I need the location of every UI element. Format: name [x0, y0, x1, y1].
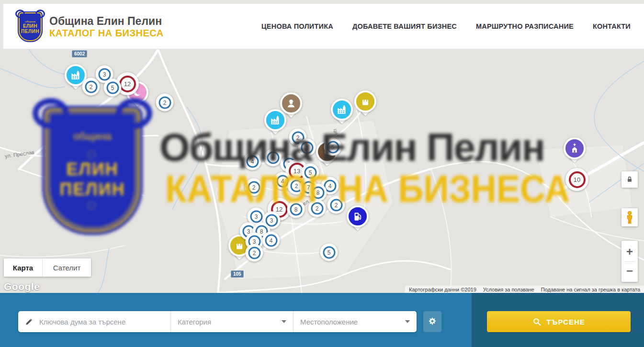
fuel-marker-pin[interactable] [347, 205, 369, 227]
cluster-count: 3 [270, 217, 273, 224]
map-data-copyright: Картографски данни ©2019 [409, 287, 476, 292]
category-select[interactable]: Категория [171, 311, 294, 332]
factory-icon [264, 109, 286, 131]
cluster-count: 12 [276, 206, 282, 213]
site-title: Община Елин Пелин [49, 15, 164, 27]
cluster-marker[interactable]: 2 [328, 196, 345, 214]
keyword-search-input[interactable] [39, 318, 165, 326]
cluster-count: 5 [328, 249, 331, 256]
cluster-count: 2 [252, 184, 256, 190]
cluster-count: 8 [260, 228, 263, 235]
main-nav: ЦЕНОВА ПОЛИТИКА ДОБАВЕТЕ ВАШИЯТ БИЗНЕС М… [261, 4, 631, 49]
cluster-count: 6 [271, 154, 275, 161]
cluster-count: 2 [163, 99, 167, 106]
cluster-marker[interactable]: 5 [104, 79, 122, 97]
site-logo[interactable]: община ЕЛИН ПЕЛИН Община Елин Пелин КАТА… [18, 11, 164, 42]
map-attribution: Картографски данни ©2019 Условия за полз… [405, 286, 644, 293]
location-select[interactable]: Местоположение [294, 311, 417, 332]
cluster-count: 2 [253, 249, 256, 256]
search-button-label: ТЪРСЕНЕ [546, 318, 585, 326]
cluster-count: 4 [270, 237, 273, 244]
lock-icon-button[interactable] [621, 171, 638, 188]
cluster-count: 2 [335, 201, 338, 208]
cluster-marker[interactable]: 4 [244, 153, 261, 170]
cluster-marker[interactable]: 8 [309, 184, 327, 201]
cluster-count: 2 [296, 134, 300, 141]
cluster-marker[interactable]: 5 [320, 244, 338, 261]
bag-marker-pin[interactable] [354, 90, 376, 112]
cluster-marker[interactable]: 5 [324, 138, 342, 156]
cluster-marker[interactable]: 6 [264, 149, 282, 167]
search-icon [532, 317, 542, 326]
google-logo[interactable]: Google [4, 281, 40, 292]
cluster-count: 4 [328, 182, 332, 189]
map-type-control: Карта Сателит [4, 258, 91, 277]
church-marker-pin[interactable] [564, 137, 586, 159]
zoom-in-button[interactable]: + [626, 243, 633, 261]
cluster-marker[interactable]: 2 [246, 244, 263, 262]
pegman-icon [625, 211, 634, 224]
nav-contacts[interactable]: КОНТАКТИ [593, 22, 631, 30]
cluster-count: 3 [255, 213, 258, 220]
google-map[interactable]: 123252235647135422748221283338342510 общ… [0, 49, 644, 293]
cluster-count: 3 [103, 71, 106, 78]
advanced-search-settings-button[interactable] [423, 311, 441, 332]
cluster-marker[interactable]: 2 [245, 179, 263, 196]
cluster-count: 3 [305, 144, 309, 151]
cluster-marker[interactable]: 3 [298, 139, 316, 157]
nav-add-business[interactable]: ДОБАВЕТЕ ВАШИЯТ БИЗНЕС [352, 22, 457, 30]
pencil-icon [25, 317, 34, 326]
zoom-out-button[interactable]: − [626, 262, 633, 280]
cluster-count: 12 [124, 80, 131, 88]
lock-icon [626, 176, 633, 183]
report-map-error-link[interactable]: Подаване на сигнал за грешка в картата [541, 287, 640, 292]
cluster-count: 2 [316, 205, 319, 212]
terms-of-use-link[interactable]: Условия за ползване [483, 287, 534, 292]
cluster-marker[interactable]: 8 [287, 201, 305, 218]
municipality-crest-icon: община ЕЛИН ПЕЛИН [18, 11, 43, 42]
site-subtitle: КАТАЛОГ НА БИЗНЕСА [49, 27, 164, 39]
cluster-count: 5 [111, 84, 114, 91]
cluster-count: 5 [331, 144, 335, 150]
factory-marker-pin[interactable] [331, 99, 353, 121]
cluster-count: 10 [574, 176, 580, 183]
chevron-down-icon [405, 320, 410, 323]
search-bar: Категория Местоположение ТЪРСЕНЕ [0, 293, 644, 347]
cluster-count: 13 [294, 168, 300, 175]
chevron-down-icon [282, 320, 286, 323]
cluster-count: 4 [251, 158, 254, 165]
map-type-map-button[interactable]: Карта [4, 258, 42, 277]
keyword-section [18, 311, 171, 332]
cluster-count: 2 [90, 83, 93, 90]
cluster-count: 4 [281, 178, 284, 184]
nav-route-schedule[interactable]: МАРШРУТНО РАЗПИСАНИЕ [476, 22, 574, 30]
category-select-label: Категория [178, 318, 278, 326]
nav-pricing-policy[interactable]: ЦЕНОВА ПОЛИТИКА [261, 22, 333, 30]
cluster-marker[interactable]: 2 [82, 78, 100, 96]
church-icon [564, 137, 586, 159]
map-type-satellite-button[interactable]: Сателит [42, 258, 91, 277]
zoom-control: + − [621, 241, 638, 282]
markers-layer: 123252235647135422748221283338342510 [0, 49, 644, 293]
factory-icon [331, 99, 353, 121]
search-button[interactable]: ТЪРСЕНЕ [487, 311, 631, 332]
cluster-marker[interactable]: 2 [156, 94, 174, 112]
pegman-street-view-button[interactable] [621, 208, 638, 226]
cluster-marker[interactable]: 4 [262, 232, 280, 249]
search-input-group: Категория Местоположение [18, 311, 417, 332]
bag-icon [354, 90, 376, 112]
cluster-count: 8 [294, 206, 298, 213]
fuel-icon [347, 205, 369, 227]
cluster-marker[interactable]: 10 [565, 168, 588, 191]
factory-marker-pin[interactable] [264, 109, 286, 131]
cluster-count: 8 [316, 189, 320, 196]
gear-icon [428, 317, 437, 326]
crest-text-small: община [25, 20, 35, 23]
cluster-count: 2 [295, 182, 298, 189]
location-select-label: Местоположение [300, 318, 401, 326]
cluster-count: 5 [309, 169, 312, 176]
cluster-marker[interactable]: 2 [308, 200, 326, 217]
header: община ЕЛИН ПЕЛИН Община Елин Пелин КАТА… [3, 4, 644, 49]
